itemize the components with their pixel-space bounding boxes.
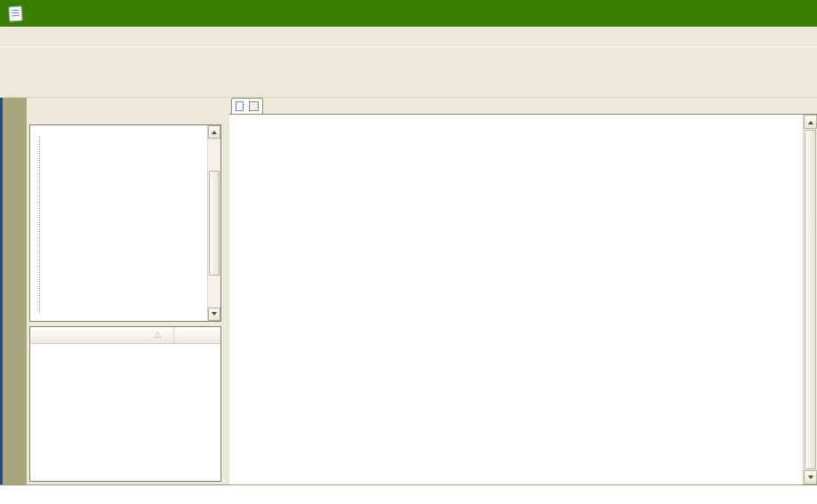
column-header-type[interactable] [174, 327, 220, 343]
editor-area [229, 98, 817, 484]
sidebar-tab-strip [0, 98, 27, 484]
editor-tab-untitled-1[interactable] [231, 98, 263, 114]
explorer-panel: △ [27, 98, 224, 484]
toolbar-secondary [0, 73, 817, 98]
editor-scrollbar[interactable] [803, 115, 817, 484]
close-button[interactable] [776, 0, 817, 27]
arrow-down-icon [808, 476, 813, 482]
app-icon [8, 5, 22, 21]
toolbar-main [0, 46, 817, 73]
maximize-button[interactable] [735, 0, 776, 27]
main-content: △ [0, 98, 817, 484]
editor-scroll-down-button[interactable] [804, 470, 817, 484]
folder-tree[interactable] [30, 125, 207, 321]
app-window: △ [0, 0, 817, 485]
tree-scroll-down-button[interactable] [208, 308, 220, 321]
arrow-up-icon [808, 118, 813, 124]
editor-scrollbar-thumb[interactable] [805, 130, 816, 469]
tab-close-icon[interactable] [249, 101, 259, 111]
code-area[interactable] [229, 115, 817, 484]
menu-bar [0, 27, 817, 46]
tree-scrollbar[interactable] [207, 125, 220, 321]
file-list-box: △ [29, 326, 221, 482]
explorer-toolbar [27, 98, 224, 124]
code-lines [229, 115, 803, 484]
editor-scroll-up-button[interactable] [804, 115, 817, 129]
title-bar [0, 0, 817, 27]
minimize-button[interactable] [694, 0, 735, 27]
window-controls [694, 0, 817, 27]
tree-scroll-up-button[interactable] [208, 125, 220, 139]
file-list-header: △ [30, 327, 220, 344]
folder-tree-box [29, 124, 221, 322]
editor-tab-bar [229, 98, 817, 115]
column-header-name[interactable]: △ [30, 327, 174, 343]
arrow-up-icon [212, 128, 217, 134]
sort-indicator-icon: △ [155, 330, 161, 339]
arrow-down-icon [212, 312, 217, 318]
document-icon [236, 101, 244, 111]
tree-scrollbar-thumb[interactable] [209, 171, 220, 276]
